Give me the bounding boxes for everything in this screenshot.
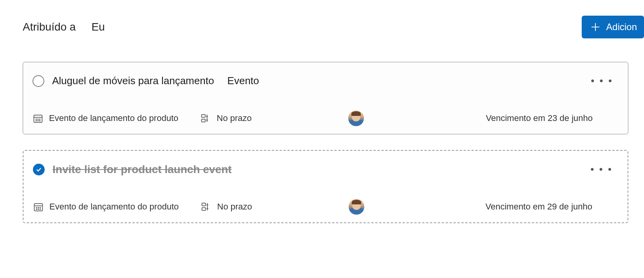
task-project[interactable]: Evento de lançamento do produto <box>33 113 178 124</box>
task-project-label: Evento de lançamento do produto <box>49 202 179 212</box>
board-icon <box>200 113 211 124</box>
svg-point-20 <box>36 209 37 210</box>
svg-point-7 <box>36 121 37 121</box>
task-header: Invite list for product launch event • •… <box>33 160 616 179</box>
add-button-label: Adicion <box>606 22 637 32</box>
task-more-button[interactable]: • • • <box>588 72 616 90</box>
task-complete-checkbox[interactable] <box>33 164 45 175</box>
svg-point-19 <box>40 208 41 208</box>
svg-point-9 <box>40 121 40 121</box>
task-status[interactable]: No prazo <box>200 113 251 124</box>
task-header-left: Aluguel de móveis para lançamento Evento <box>33 75 259 87</box>
svg-point-17 <box>36 208 37 208</box>
calendar-icon <box>33 113 43 124</box>
add-task-button[interactable]: Adicion <box>582 16 644 38</box>
task-header-left: Invite list for product launch event <box>33 163 232 176</box>
header-title: Atribuído a <box>23 21 76 33</box>
task-title: Invite list for product launch event <box>52 163 232 176</box>
plus-icon <box>590 21 601 33</box>
task-status-label: No prazo <box>217 113 251 123</box>
task-card[interactable]: Invite list for product launch event • •… <box>23 150 628 223</box>
svg-rect-23 <box>202 203 206 206</box>
task-status[interactable]: No prazo <box>201 201 252 212</box>
task-due-date: Vencimento em 29 de junho <box>485 202 616 212</box>
assignee-avatar[interactable] <box>349 199 364 215</box>
task-project[interactable]: Evento de lançamento do produto <box>33 201 179 212</box>
task-complete-checkbox[interactable] <box>33 75 44 87</box>
task-meta: Evento de lançamento do produto No prazo… <box>33 199 616 215</box>
task-more-button[interactable]: • • • <box>587 160 616 179</box>
svg-point-22 <box>40 209 41 210</box>
svg-point-8 <box>38 121 38 121</box>
check-icon <box>35 166 42 173</box>
task-status-label: No prazo <box>217 202 252 212</box>
svg-rect-10 <box>202 115 205 117</box>
svg-point-5 <box>38 119 38 120</box>
header-left: Atribuído a Eu <box>23 21 105 33</box>
task-project-label: Evento de lançamento do produto <box>49 113 178 123</box>
svg-point-4 <box>36 119 37 120</box>
svg-point-18 <box>38 208 39 208</box>
task-due-date: Vencimento em 23 de junho <box>486 113 616 123</box>
task-header: Aluguel de móveis para lançamento Evento… <box>33 72 616 90</box>
task-title: Aluguel de móveis para lançamento <box>52 75 214 87</box>
task-meta: Evento de lançamento do produto No prazo… <box>33 110 616 126</box>
svg-point-21 <box>38 209 39 210</box>
task-card[interactable]: Aluguel de móveis para lançamento Evento… <box>23 62 628 134</box>
assignee-avatar[interactable] <box>348 110 364 126</box>
calendar-icon <box>33 201 44 212</box>
svg-rect-11 <box>202 119 205 122</box>
page-header: Atribuído a Eu Adicion <box>23 16 628 38</box>
svg-rect-24 <box>202 208 206 210</box>
task-tag: Evento <box>227 75 259 87</box>
svg-point-6 <box>40 119 40 120</box>
assignee-filter[interactable]: Eu <box>91 21 105 33</box>
board-icon <box>201 201 212 212</box>
